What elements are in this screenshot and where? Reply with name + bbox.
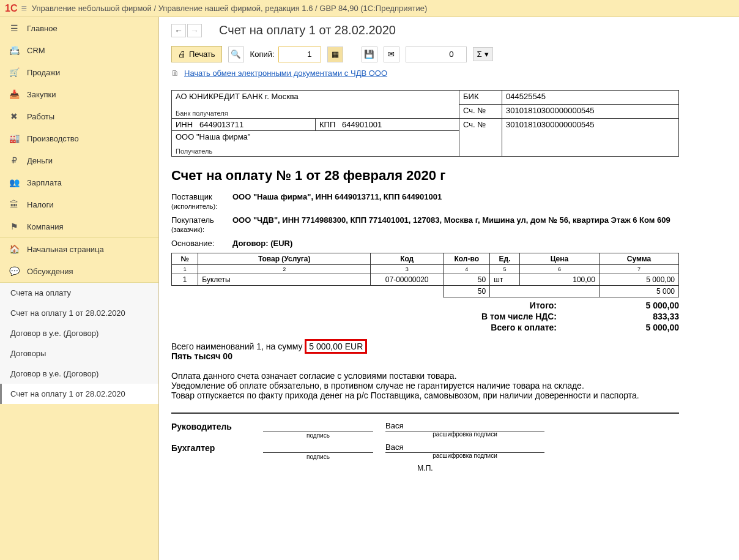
nav-icon: 💬 <box>9 266 20 277</box>
sum-words: Пять тысяч 00 <box>171 351 727 361</box>
col-header: Ед. <box>490 253 520 265</box>
col-header: № <box>172 253 198 265</box>
sum-highlight: 5 000,00 EUR <box>305 339 367 354</box>
summary: Всего наименований 1, на сумму 5 000,00 … <box>171 342 727 361</box>
hamburger-icon[interactable]: ≡ <box>21 3 26 14</box>
director-label: Руководитель <box>171 422 251 431</box>
table-row: 1Буклеты07-0000002050шт100,005 000,00 <box>172 274 679 286</box>
nav-item-0[interactable]: ☰Главное <box>0 17 158 39</box>
nav-item-9[interactable]: ⚑Компания <box>0 215 158 237</box>
open-doc-5[interactable]: Счет на оплату 1 от 28.02.2020 <box>0 384 158 404</box>
acc-value: 30101810300000000545 <box>502 119 679 157</box>
nav-secondary-0[interactable]: 🏠Начальная страница <box>0 238 158 260</box>
content-header: ← → Счет на оплату 1 от 28.02.2020 <box>159 17 739 41</box>
nav-item-8[interactable]: 🏛Налоги <box>0 193 158 215</box>
corr-acc-value: 30101810300000000545 <box>502 105 679 119</box>
nav-item-6[interactable]: ₽Деньги <box>0 149 158 171</box>
nav-secondary-1[interactable]: 💬Обсуждения <box>0 260 158 282</box>
director-name: Васярасшифровка подписи <box>385 421 544 431</box>
col-header: Кол-во <box>444 253 490 265</box>
inn-value: 6449013711 <box>199 120 243 129</box>
nav-item-5[interactable]: 🏭Производство <box>0 127 158 149</box>
invoice-title: Счет на оплату № 1 от 28 февраля 2020 г <box>171 168 727 184</box>
nav-icon: 🏛 <box>9 199 20 210</box>
bank-details-table: АО ЮНИКРЕДИТ БАНК г. Москва Банк получат… <box>171 90 679 157</box>
col-header: Цена <box>519 253 599 265</box>
page-title: Счет на оплату 1 от 28.02.2020 <box>219 23 396 37</box>
mp-label: М.П. <box>171 464 679 472</box>
open-doc-1[interactable]: Счет на оплату 1 от 28.02.2020 <box>0 303 158 323</box>
open-doc-4[interactable]: Договор в у.е. (Договор) <box>0 364 158 384</box>
recipient-label: Получатель <box>176 147 455 155</box>
nav-icon: 🏠 <box>9 244 20 255</box>
bik-value: 044525545 <box>502 91 679 105</box>
toolbar: 🖨 Печать 🔍 Копий: ▦ 💾 ✉ Σ ▾ <box>159 41 739 67</box>
exchange-link[interactable]: Начать обмен электронными документами с … <box>184 69 387 78</box>
numeric-input[interactable] <box>406 47 467 62</box>
app-title: Управление небольшой фирмой / Управление… <box>32 4 427 13</box>
kpp-value: 644901001 <box>342 120 382 129</box>
nav-icon: ✖ <box>9 111 20 122</box>
acc-label: Сч. № <box>459 119 502 157</box>
org-name: ООО "Наша фирма" <box>176 132 455 141</box>
sidebar: ☰Главное📇CRM🛒Продажи📥Закупки✖Работы🏭Прои… <box>0 17 159 560</box>
corr-acc-label: Сч. № <box>459 105 502 119</box>
exchange-icon: 🗎 <box>171 69 179 78</box>
nav-icon: ☰ <box>9 23 20 34</box>
bik-label: БИК <box>459 91 502 105</box>
buyer: ООО "ЧДВ", ИНН 7714988300, КПП 771401001… <box>232 215 727 234</box>
nav-icon: 🏭 <box>9 133 20 144</box>
bank-recipient-label: Банк получателя <box>176 110 455 117</box>
col-header: Сумма <box>599 253 678 265</box>
nav-icon: 👥 <box>9 177 20 188</box>
preview-button[interactable]: 🔍 <box>228 47 244 62</box>
basis: Договор: (EUR) <box>232 239 727 248</box>
total-pay: 5 000,00 <box>606 323 679 332</box>
print-button[interactable]: 🖨 Печать <box>171 46 222 62</box>
document-area: АО ЮНИКРЕДИТ БАНК г. Москва Банк получат… <box>159 84 739 560</box>
printer-icon: 🖨 <box>178 50 186 59</box>
director-sign-line: подпись <box>263 431 373 431</box>
nav-item-3[interactable]: 📥Закупки <box>0 83 158 105</box>
nav-item-2[interactable]: 🛒Продажи <box>0 61 158 83</box>
totals: Итого:5 000,00 В том числе НДС:833,33 Вс… <box>171 300 679 333</box>
items-table: №Товар (Услуга)КодКол-воЕд.ЦенаСумма 123… <box>171 253 679 297</box>
nav-icon: 📇 <box>9 45 20 56</box>
nav-back-button[interactable]: ← <box>171 24 186 37</box>
nav-open-docs: Счета на оплатуСчет на оплату 1 от 28.02… <box>0 283 158 404</box>
nav-icon: 📥 <box>9 89 20 100</box>
col-header: Товар (Услуга) <box>198 253 371 265</box>
grid-button[interactable]: ▦ <box>327 47 343 62</box>
nav-icon: ₽ <box>9 155 20 166</box>
email-button[interactable]: ✉ <box>384 47 399 62</box>
nav-item-1[interactable]: 📇CRM <box>0 39 158 61</box>
content: ← → Счет на оплату 1 от 28.02.2020 🖨 Печ… <box>159 17 739 560</box>
nav-item-7[interactable]: 👥Зарплата <box>0 171 158 193</box>
titlebar: 1C ≡ Управление небольшой фирмой / Управ… <box>0 0 739 17</box>
total-nds: 833,33 <box>606 312 679 321</box>
accountant-label: Бухгалтер <box>171 443 251 453</box>
nav-main: ☰Главное📇CRM🛒Продажи📥Закупки✖Работы🏭Прои… <box>0 17 158 238</box>
nav-icon: 🛒 <box>9 67 20 78</box>
accountant-name: Васярасшифровка подписи <box>385 442 544 453</box>
copies-label: Копий: <box>250 50 275 59</box>
logo-1c: 1C <box>5 3 17 14</box>
open-doc-3[interactable]: Договоры <box>0 343 158 364</box>
bank-name: АО ЮНИКРЕДИТ БАНК г. Москва <box>176 92 455 101</box>
open-doc-2[interactable]: Договор в у.е. (Договор) <box>0 323 158 343</box>
open-doc-0[interactable]: Счета на оплату <box>0 283 158 303</box>
sum-button[interactable]: Σ ▾ <box>473 47 493 61</box>
nav-forward-button[interactable]: → <box>187 24 202 37</box>
nav-icon: ⚑ <box>9 221 20 232</box>
col-header: Код <box>371 253 444 265</box>
supplier: ООО "Наша фирма", ИНН 6449013711, КПП 64… <box>232 192 727 211</box>
nav-secondary: 🏠Начальная страница💬Обсуждения <box>0 238 158 283</box>
total-itogo: 5 000,00 <box>606 301 679 310</box>
accountant-sign-line: подпись <box>263 452 373 453</box>
save-button[interactable]: 💾 <box>362 47 377 62</box>
notice: Оплата данного счета означает согласие с… <box>171 371 679 400</box>
nav-item-4[interactable]: ✖Работы <box>0 105 158 127</box>
signatures: Руководитель подпись Васярасшифровка под… <box>171 413 679 453</box>
copies-input[interactable] <box>278 47 321 62</box>
